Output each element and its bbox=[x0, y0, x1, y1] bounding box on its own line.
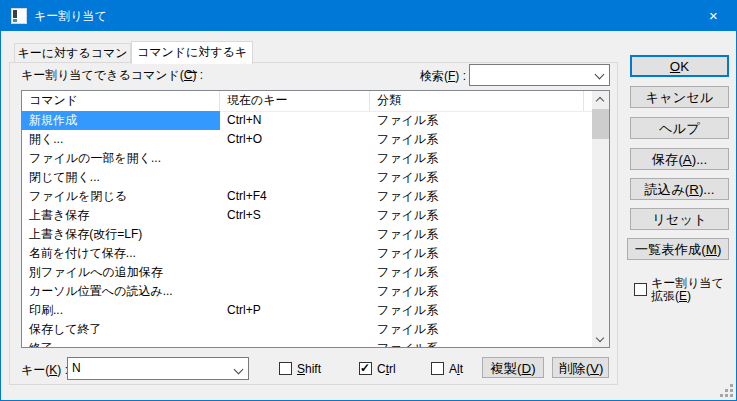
table-row[interactable]: 印刷...Ctrl+Pファイル系 bbox=[22, 301, 592, 320]
cell-key bbox=[220, 320, 370, 339]
key-combobox[interactable]: N bbox=[67, 357, 249, 380]
cell-key: Ctrl+P bbox=[220, 301, 370, 320]
cell-category: ファイル系 bbox=[370, 339, 592, 347]
command-list: コマンド 現在のキー 分類 新規作成Ctrl+Nファイル系開く...Ctrl+O… bbox=[21, 90, 610, 348]
header-category[interactable]: 分類 bbox=[370, 91, 584, 111]
cell-category: ファイル系 bbox=[370, 301, 592, 320]
shift-label: Shift bbox=[297, 362, 321, 376]
cell-category: ファイル系 bbox=[370, 168, 592, 187]
key-assignment-dialog: キー割り当て × キーに対するコマンド コマンドに対するキー キー割り当てできる… bbox=[0, 0, 737, 401]
cell-category: ファイル系 bbox=[370, 149, 592, 168]
cell-category: ファイル系 bbox=[370, 225, 592, 244]
cell-category: ファイル系 bbox=[370, 320, 592, 339]
list-body: 新規作成Ctrl+Nファイル系開く...Ctrl+Oファイル系ファイルの一部を開… bbox=[22, 111, 592, 347]
table-row[interactable]: ファイルの一部を開く...ファイル系 bbox=[22, 149, 592, 168]
scrollbar-thumb[interactable] bbox=[592, 109, 609, 139]
cell-command: ファイルを閉じる bbox=[22, 187, 220, 206]
ctrl-checkbox[interactable]: ✓ Ctrl bbox=[359, 361, 396, 376]
extension-label: キー割り当て 拡張(E) bbox=[651, 277, 724, 303]
save-button[interactable]: 保存(A)... bbox=[630, 148, 729, 170]
tab-command-for-key[interactable]: キーに対するコマンド bbox=[14, 43, 131, 63]
ok-button[interactable]: OK bbox=[630, 55, 729, 77]
table-row[interactable]: 名前を付けて保存...ファイル系 bbox=[22, 244, 592, 263]
checkbox-box bbox=[634, 283, 647, 296]
shift-checkbox[interactable]: Shift bbox=[279, 361, 321, 376]
cell-key bbox=[220, 225, 370, 244]
cell-command: 開く... bbox=[22, 130, 220, 149]
checkbox-box bbox=[431, 362, 444, 375]
scroll-up-button[interactable] bbox=[592, 91, 609, 108]
reset-button[interactable]: リセット bbox=[630, 208, 729, 230]
table-row[interactable]: 終了ファイル系 bbox=[22, 339, 592, 347]
cell-key bbox=[220, 168, 370, 187]
cell-key: Ctrl+N bbox=[220, 111, 370, 130]
cell-category: ファイル系 bbox=[370, 244, 592, 263]
search-label: 検索(F) : bbox=[420, 68, 466, 85]
assignable-commands-label: キー割り当てできるコマンド(C) : bbox=[21, 67, 203, 84]
app-icon bbox=[11, 8, 27, 24]
table-row[interactable]: ファイルを閉じるCtrl+F4ファイル系 bbox=[22, 187, 592, 206]
cell-key: Ctrl+S bbox=[220, 206, 370, 225]
tab-key-for-command[interactable]: コマンドに対するキー bbox=[131, 41, 253, 64]
chevron-down-icon bbox=[234, 365, 244, 375]
cell-command: 閉じて開く... bbox=[22, 168, 220, 187]
header-command[interactable]: コマンド bbox=[22, 91, 220, 111]
duplicate-button[interactable]: 複製(D) bbox=[482, 357, 544, 378]
cell-command: 名前を付けて保存... bbox=[22, 244, 220, 263]
scroll-down-icon bbox=[596, 334, 604, 342]
cell-category: ファイル系 bbox=[370, 263, 592, 282]
help-button[interactable]: ヘルプ bbox=[630, 117, 729, 139]
key-label: キー(K) : bbox=[21, 362, 68, 379]
check-icon: ✓ bbox=[360, 361, 370, 375]
table-row[interactable]: 新規作成Ctrl+Nファイル系 bbox=[22, 111, 592, 130]
cell-category: ファイル系 bbox=[370, 130, 592, 149]
cell-command: 新規作成 bbox=[22, 111, 220, 130]
titlebar[interactable]: キー割り当て × bbox=[1, 1, 736, 31]
alt-checkbox[interactable]: Alt bbox=[431, 361, 463, 376]
cell-command: 別ファイルへの追加保存 bbox=[22, 263, 220, 282]
key-input[interactable]: N bbox=[72, 358, 230, 379]
cell-key bbox=[220, 263, 370, 282]
close-button[interactable]: × bbox=[691, 1, 736, 31]
table-row[interactable]: 上書き保存Ctrl+Sファイル系 bbox=[22, 206, 592, 225]
table-row[interactable]: 閉じて開く...ファイル系 bbox=[22, 168, 592, 187]
cancel-button[interactable]: キャンセル bbox=[630, 86, 729, 108]
cell-command: 終了 bbox=[22, 339, 220, 347]
cell-key bbox=[220, 244, 370, 263]
cell-command: 上書き保存 bbox=[22, 206, 220, 225]
table-row[interactable]: 保存して終了ファイル系 bbox=[22, 320, 592, 339]
ctrl-label: Ctrl bbox=[377, 362, 396, 376]
chevron-down-icon bbox=[595, 70, 605, 80]
cell-command: 印刷... bbox=[22, 301, 220, 320]
table-row[interactable]: 上書き保存(改行=LF)ファイル系 bbox=[22, 225, 592, 244]
cell-command: カーソル位置への読込み... bbox=[22, 282, 220, 301]
cell-command: 保存して終了 bbox=[22, 320, 220, 339]
alt-label: Alt bbox=[449, 362, 463, 376]
vertical-scrollbar[interactable] bbox=[592, 91, 609, 347]
table-row[interactable]: カーソル位置への読込み...ファイル系 bbox=[22, 282, 592, 301]
create-list-button[interactable]: 一覧表作成(M) bbox=[627, 238, 729, 260]
window-title: キー割り当て bbox=[34, 1, 107, 31]
cell-category: ファイル系 bbox=[370, 282, 592, 301]
cell-key bbox=[220, 149, 370, 168]
close-icon: × bbox=[709, 7, 718, 24]
header-current-key[interactable]: 現在のキー bbox=[220, 91, 370, 111]
key-assign-extension-checkbox[interactable]: キー割り当て 拡張(E) bbox=[634, 277, 724, 303]
delete-button[interactable]: 削除(V) bbox=[552, 357, 609, 378]
table-row[interactable]: 開く...Ctrl+Oファイル系 bbox=[22, 130, 592, 149]
checkbox-box: ✓ bbox=[359, 362, 372, 375]
resize-grip[interactable] bbox=[720, 384, 733, 397]
cell-key: Ctrl+F4 bbox=[220, 187, 370, 206]
cell-key bbox=[220, 282, 370, 301]
cell-command: ファイルの一部を開く... bbox=[22, 149, 220, 168]
cell-command: 上書き保存(改行=LF) bbox=[22, 225, 220, 244]
list-header: コマンド 現在のキー 分類 bbox=[22, 91, 592, 112]
cell-category: ファイル系 bbox=[370, 187, 592, 206]
scroll-down-button[interactable] bbox=[592, 330, 609, 347]
search-combobox[interactable] bbox=[469, 64, 610, 86]
load-button[interactable]: 読込み(R)... bbox=[630, 178, 729, 200]
checkbox-box bbox=[279, 362, 292, 375]
cell-key: Ctrl+O bbox=[220, 130, 370, 149]
cell-key bbox=[220, 339, 370, 347]
table-row[interactable]: 別ファイルへの追加保存ファイル系 bbox=[22, 263, 592, 282]
